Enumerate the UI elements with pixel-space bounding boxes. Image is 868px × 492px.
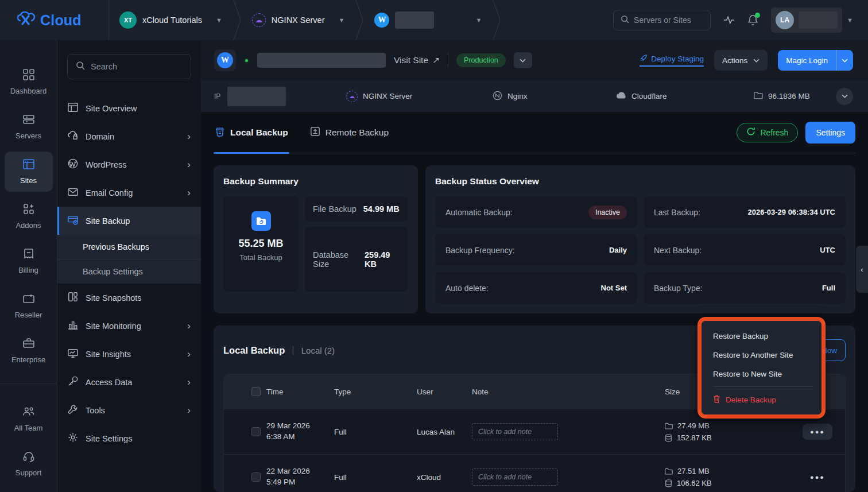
- chevron-down-icon[interactable]: ▼: [847, 17, 853, 24]
- table-count: Local (2): [301, 346, 335, 355]
- menu-item-site-backup[interactable]: Site Backup: [57, 207, 201, 235]
- visit-site-link[interactable]: Visit Site ↗: [394, 55, 440, 65]
- menu-item-label: Site Backup: [86, 216, 130, 226]
- info-webserver: Nginx: [493, 91, 616, 102]
- row-checkbox[interactable]: [251, 427, 261, 436]
- menu-item-restore-new-site[interactable]: Restore to New Site: [702, 365, 822, 383]
- note-input[interactable]: [472, 468, 558, 486]
- environment-dropdown-button[interactable]: [514, 52, 532, 68]
- row-actions-button[interactable]: ●●●: [803, 469, 832, 485]
- info-bar-expand-button[interactable]: [836, 88, 853, 105]
- breadcrumb-server-selector[interactable]: ☁ NGINX Server ▼: [242, 0, 355, 40]
- card-title: Backup Summary: [223, 176, 408, 187]
- db-size: 106.62 KB: [677, 479, 712, 487]
- magic-login-button[interactable]: Magic Login: [778, 50, 836, 71]
- total-backup-label: Total Backup: [239, 253, 282, 262]
- support-headset-icon: [23, 451, 34, 464]
- sidebar-item-billing[interactable]: Billing: [5, 241, 53, 281]
- sidebar-item-label: Addons: [16, 221, 41, 230]
- menu-item-site-snapshots[interactable]: Site Snapshots: [57, 284, 201, 312]
- sidebar-item-servers[interactable]: Servers: [5, 107, 53, 147]
- sidebar-item-support[interactable]: Support: [5, 444, 53, 484]
- menu-item-label: Site Snapshots: [86, 293, 142, 303]
- site-backup-icon: [68, 215, 78, 227]
- database-size-tile: Database Size 259.49 KB: [305, 227, 408, 292]
- magic-login-dropdown[interactable]: [836, 50, 853, 71]
- billing-icon: [23, 248, 34, 261]
- status-next-backup: Next Backup: UTC: [644, 234, 846, 266]
- menu-item-access-data[interactable]: Access Data ›: [57, 368, 201, 396]
- column-note: Note: [472, 388, 665, 396]
- inactive-badge: Inactive: [588, 206, 627, 219]
- menu-item-tools[interactable]: Tools ›: [57, 396, 201, 424]
- refresh-button[interactable]: Refresh: [737, 123, 798, 142]
- global-search[interactable]: [613, 10, 711, 30]
- menu-item-site-insights[interactable]: Site Insights ›: [57, 340, 201, 368]
- chevron-right-icon: ›: [187, 321, 191, 331]
- xcloud-logo-icon: [17, 11, 37, 29]
- dashboard-icon: [23, 69, 34, 82]
- primary-sidebar: Dashboard Servers Sites Addons Billing: [0, 40, 57, 492]
- submenu-item-backup-settings[interactable]: Backup Settings: [57, 259, 201, 284]
- search-input[interactable]: [634, 16, 700, 25]
- settings-button[interactable]: Settings: [805, 122, 855, 144]
- actions-button[interactable]: Actions: [714, 50, 768, 71]
- navbar-right: LA ▼: [613, 7, 868, 33]
- tab-remote-backup[interactable]: Remote Backup: [309, 112, 390, 153]
- select-all-checkbox[interactable]: [251, 387, 261, 396]
- info-disk: 96.1836 MB: [754, 91, 810, 101]
- menu-item-email-config[interactable]: Email Config ›: [57, 179, 201, 207]
- sidebar-item-all-team[interactable]: All Team: [5, 399, 53, 439]
- gear-icon: [68, 432, 78, 444]
- insights-icon: [68, 348, 78, 360]
- sites-icon: [23, 158, 34, 172]
- submenu-item-previous-backups[interactable]: Previous Backups: [57, 235, 201, 259]
- sidebar-item-addons[interactable]: Addons: [5, 196, 53, 237]
- row-actions-context-menu: Restore Backup Restore to Another Site R…: [698, 317, 826, 419]
- breadcrumb-separator: [355, 0, 364, 40]
- backup-folder-icon: [251, 211, 271, 231]
- menu-item-label: Access Data: [86, 378, 132, 387]
- database-size-value: 259.49 KB: [365, 250, 400, 269]
- sidebar-item-reseller[interactable]: Reseller: [5, 286, 53, 326]
- user-menu[interactable]: LA: [771, 7, 842, 33]
- backup-user: Lucas Alan: [417, 428, 472, 436]
- row-checkbox[interactable]: [251, 472, 261, 482]
- trash-icon: [713, 395, 720, 405]
- menu-item-site-monitoring[interactable]: Site Monitoring ›: [57, 312, 201, 340]
- menu-item-wordpress[interactable]: WordPress ›: [57, 150, 201, 179]
- key-icon: [68, 376, 78, 388]
- sidebar-item-label: All Team: [14, 424, 43, 432]
- sidebar-item-sites[interactable]: Sites: [5, 152, 53, 192]
- activity-icon[interactable]: [723, 16, 735, 25]
- menu-item-restore-another-site[interactable]: Restore to Another Site: [702, 346, 822, 365]
- backup-size: 27.51 MB 106.62 KB: [665, 467, 790, 487]
- sidebar-item-enterprise[interactable]: Enterprise: [5, 331, 53, 371]
- tab-local-backup[interactable]: Local Backup: [214, 112, 289, 153]
- backup-time: 29 Mar 2026 6:38 AM: [266, 421, 319, 443]
- site-menu-search-input[interactable]: [91, 62, 177, 71]
- row-actions-button[interactable]: ●●●: [803, 424, 832, 440]
- panel-collapse-handle[interactable]: ‹: [856, 246, 868, 293]
- chevron-right-icon: ›: [187, 131, 191, 141]
- breadcrumb-team-selector[interactable]: XT xCloud Tutorials ▼: [109, 0, 232, 40]
- menu-item-restore-backup[interactable]: Restore Backup: [702, 327, 822, 346]
- wordpress-icon: W: [374, 13, 389, 28]
- site-menu-search[interactable]: [67, 54, 191, 79]
- menu-item-domain[interactable]: Domain ›: [57, 122, 201, 150]
- file-backup-value: 54.99 MB: [363, 204, 400, 214]
- breadcrumb-site-selector[interactable]: W ▼: [364, 0, 492, 40]
- notifications-bell-icon[interactable]: [747, 14, 758, 26]
- menu-item-delete-backup[interactable]: Delete Backup: [702, 390, 822, 410]
- note-input[interactable]: [472, 423, 558, 440]
- menu-item-site-overview[interactable]: Site Overview: [57, 94, 201, 122]
- deploy-staging-link[interactable]: Deploy Staging: [640, 54, 704, 67]
- site-info-bar: IP ☁ NGINX Server Nginx Cloudflare: [201, 80, 868, 112]
- site-overview-icon: [68, 102, 78, 114]
- menu-item-site-settings[interactable]: Site Settings: [57, 424, 201, 452]
- tab-label: Local Backup: [230, 127, 288, 138]
- addons-icon: [23, 203, 34, 216]
- redacted-username: [799, 11, 838, 29]
- logo[interactable]: Cloud: [0, 0, 109, 40]
- sidebar-item-dashboard[interactable]: Dashboard: [5, 62, 53, 102]
